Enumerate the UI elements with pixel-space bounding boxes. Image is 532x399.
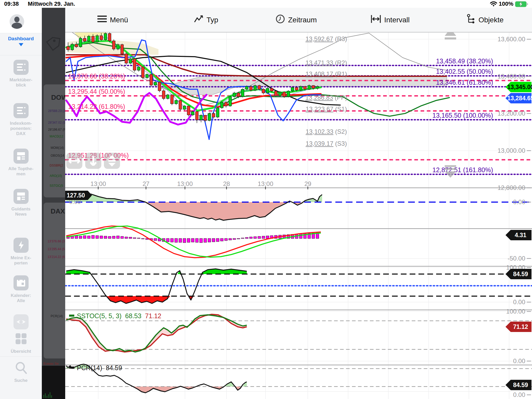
sidebar-item-uebersicht[interactable]: Übersicht xyxy=(0,331,42,354)
macd-bar xyxy=(241,238,244,238)
macd-bar xyxy=(233,238,236,240)
main-chart: 13:002713:002813:002913,600.0013,400.001… xyxy=(0,0,532,399)
svg-text:28: 28 xyxy=(223,180,230,187)
svg-text:13:00: 13:00 xyxy=(177,180,193,187)
wifi-icon xyxy=(489,1,498,7)
macd-bar xyxy=(266,236,269,238)
toolbar-menu-button[interactable]: Menü xyxy=(97,8,128,32)
profile-card[interactable] xyxy=(0,8,42,33)
dashboard-selector[interactable]: Dashboard xyxy=(0,36,42,46)
macd-bar xyxy=(75,236,78,238)
macd-bar xyxy=(125,237,128,238)
scroll-down-button[interactable] xyxy=(85,153,101,169)
avatar[interactable] xyxy=(10,14,24,29)
sidebar-item-guidants-news[interactable]: Guidants News xyxy=(0,189,42,217)
eye-icon xyxy=(14,314,29,329)
macd-bar xyxy=(250,237,252,238)
macd-bar xyxy=(200,238,203,243)
svg-text:100.00: 100.00 xyxy=(506,308,525,315)
svg-text:13:00: 13:00 xyxy=(90,180,106,187)
svg-text:4.31: 4.31 xyxy=(515,232,527,238)
macd-bar xyxy=(96,236,99,238)
status-date: Mittwoch 29. Jan. xyxy=(28,1,75,7)
svg-text:13,402.55 (50.00%): 13,402.55 (50.00%) xyxy=(436,68,493,75)
macd-bar xyxy=(300,234,302,238)
sidebar-item-label: Übersicht xyxy=(0,349,42,354)
svg-text:13,284.65: 13,284.65 xyxy=(507,95,532,102)
status-bar: 09:38 Mittwoch 29. Jan. 100% xyxy=(0,0,532,8)
sidebar-item-suche[interactable]: Suche xyxy=(0,360,42,383)
macd-bar xyxy=(183,238,186,243)
calendar-icon xyxy=(14,275,29,290)
macd-bar xyxy=(258,236,261,238)
svg-text:13,471.33 (R2): 13,471.33 (R2) xyxy=(305,59,347,66)
svg-text:0.00: 0.00 xyxy=(513,357,525,364)
macd-bar xyxy=(229,238,232,240)
svg-text:13,346.61 (61.80%): 13,346.61 (61.80%) xyxy=(436,79,493,86)
macd-bar xyxy=(83,236,86,238)
toolbar-label: Zeitraum xyxy=(288,16,317,24)
sidebar-item-label: Alle Topthe- men xyxy=(0,166,42,177)
macd-bar xyxy=(245,237,248,238)
macd-bar xyxy=(117,236,119,238)
svg-text:13,039.17 (S3): 13,039.17 (S3) xyxy=(306,140,347,147)
toolbar-label: Objekte xyxy=(478,16,504,24)
macd-bar xyxy=(133,238,136,238)
toolbar-label: Menü xyxy=(110,16,128,24)
dashboard-label: Dashboard xyxy=(8,36,34,41)
macd-bar xyxy=(88,236,90,238)
sstoc-green xyxy=(66,315,247,352)
app-screen: 09:38 Mittwoch 29. Jan. 100% Dashboard M… xyxy=(0,0,532,399)
svg-text:13,295.44 (50.00%): 13,295.44 (50.00%) xyxy=(68,88,125,95)
toolbar-objekte-button[interactable]: Objekte xyxy=(467,8,504,32)
scroll-horizontal-button[interactable] xyxy=(66,153,82,169)
macd-bar xyxy=(225,238,228,241)
sidebar-item-label: Kalender: Alle xyxy=(0,293,42,303)
macd-bar xyxy=(108,236,111,238)
toolbar-intervall-button[interactable]: Intervall xyxy=(371,8,410,32)
macd-bar xyxy=(154,238,157,241)
expand-vertical-button[interactable] xyxy=(104,153,120,169)
sidebar-item-marktueberblick[interactable]: Marktüber- blick xyxy=(0,60,42,88)
macd-bar xyxy=(167,238,169,242)
list-icon xyxy=(14,103,29,118)
list-icon xyxy=(14,60,29,75)
macd-bar xyxy=(129,237,132,238)
svg-text:13,600.00: 13,600.00 xyxy=(497,36,525,43)
svg-text:29: 29 xyxy=(304,180,311,187)
svg-text:SSTOC(5, 5, 3)68.5371.12: SSTOC(5, 5, 3)68.5371.12 xyxy=(77,312,161,320)
clock-icon xyxy=(276,14,285,25)
svg-text:PCR(14)84.59: PCR(14)84.59 xyxy=(77,364,122,371)
macd-bar xyxy=(216,238,219,242)
sidebar-item-meine-experten[interactable]: Meine Ex- perten xyxy=(0,238,42,266)
svg-text:13,408.17 (R1): 13,408.17 (R1) xyxy=(305,70,347,77)
dimmed-dashboard-strip: DOW 28'588.23 (38 28'347.02 (50 28'196.6… xyxy=(42,8,65,399)
svg-text:13,214.22 (61.80%): 13,214.22 (61.80%) xyxy=(68,103,125,110)
sidebar-item-alle-topthemen[interactable]: Alle Topthe- men xyxy=(0,149,42,177)
toolbar-zeitraum-button[interactable]: Zeitraum xyxy=(276,8,317,32)
svg-text:13,000.00: 13,000.00 xyxy=(497,147,525,154)
sidebar-item-watchlist[interactable] xyxy=(0,314,42,329)
macd-bar xyxy=(100,236,103,238)
sidebar-item-kalender-alle[interactable]: Kalender: Alle xyxy=(0,275,42,303)
svg-text:13,376.66 (38.20%): 13,376.66 (38.20%) xyxy=(68,72,125,80)
macd-bar xyxy=(191,238,194,242)
macd-bar xyxy=(137,238,140,238)
macd-bar xyxy=(112,236,115,238)
sidebar-item-label: Marktüber- blick xyxy=(0,77,42,88)
legend-swatch-icon xyxy=(69,367,74,369)
svg-text:13,102.33 (S2): 13,102.33 (S2) xyxy=(306,128,347,135)
sidebar-item-indexkomponenten-dax[interactable]: Indexkom- ponenten: DAX xyxy=(0,103,42,136)
toolbar-label: Intervall xyxy=(384,16,410,24)
svg-text:12,800.00: 12,800.00 xyxy=(497,184,525,191)
macd-bar xyxy=(254,237,257,238)
legend-swatch-icon xyxy=(69,315,74,317)
toolbar-typ-button[interactable]: Typ xyxy=(194,8,218,32)
svg-text:84.59: 84.59 xyxy=(513,382,528,388)
macd-bar xyxy=(79,236,82,238)
macd-bar xyxy=(171,238,174,242)
svg-text:12,872.51 (161.80%): 12,872.51 (161.80%) xyxy=(432,166,493,174)
svg-text:127.50: 127.50 xyxy=(67,192,85,199)
chart-toolbar: MenüTypZeitraumIntervallObjekte xyxy=(65,8,532,32)
sidebar-item-label: Suche xyxy=(0,378,42,383)
